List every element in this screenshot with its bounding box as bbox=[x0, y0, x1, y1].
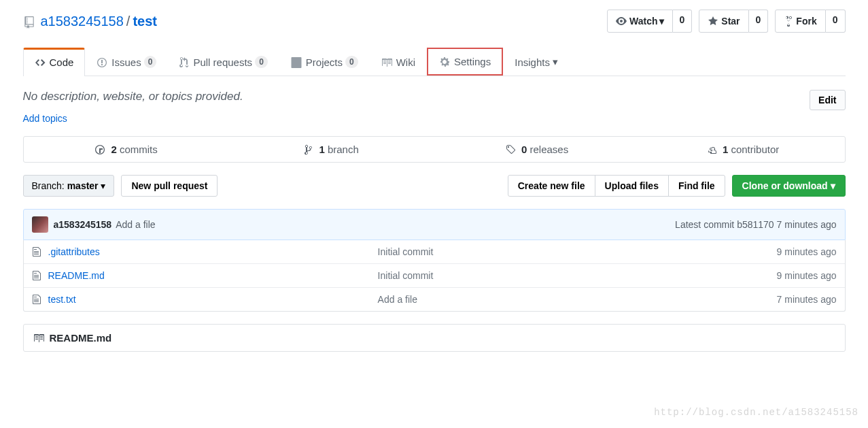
file-time: 9 minutes ago bbox=[777, 270, 837, 281]
tag-icon bbox=[505, 144, 516, 155]
tab-wiki[interactable]: Wiki bbox=[370, 48, 427, 76]
create-file-button[interactable]: Create new file bbox=[508, 175, 595, 197]
fork-icon bbox=[784, 14, 793, 28]
tab-code[interactable]: Code bbox=[23, 48, 86, 76]
star-count[interactable]: 0 bbox=[749, 10, 769, 33]
branch-name: master bbox=[67, 180, 99, 191]
tab-insights[interactable]: Insights ▾ bbox=[503, 48, 570, 76]
pulls-count: 0 bbox=[255, 56, 268, 68]
avatar[interactable] bbox=[32, 216, 48, 233]
tab-pulls[interactable]: Pull requests 0 bbox=[168, 48, 279, 76]
file-msg[interactable]: Add a file bbox=[378, 294, 417, 305]
tab-pulls-label: Pull requests bbox=[193, 56, 252, 68]
star-label: Star bbox=[721, 14, 740, 28]
tab-code-label: Code bbox=[50, 56, 74, 68]
book-icon bbox=[33, 332, 44, 344]
branch-count: 1 bbox=[319, 144, 324, 155]
fork-button[interactable]: Fork bbox=[775, 10, 825, 33]
repo-actions: Watch ▾ 0 Star 0 Fork 0 bbox=[607, 10, 845, 33]
stat-releases[interactable]: 0 releases bbox=[434, 137, 640, 162]
tab-projects[interactable]: Projects 0 bbox=[279, 48, 370, 76]
eye-icon bbox=[616, 14, 627, 28]
file-time: 9 minutes ago bbox=[777, 246, 837, 257]
find-file-button[interactable]: Find file bbox=[668, 175, 725, 197]
clone-label: Clone or download bbox=[742, 180, 828, 191]
file-row: test.txt Add a file 7 minutes ago bbox=[24, 287, 845, 311]
tab-wiki-label: Wiki bbox=[396, 56, 415, 68]
file-icon bbox=[32, 270, 41, 281]
file-nav: Branch: master ▾ New pull request Create… bbox=[23, 175, 846, 197]
history-icon bbox=[94, 144, 105, 155]
repo-head: a1583245158 / test Watch ▾ 0 Star 0 bbox=[23, 0, 846, 33]
issues-count: 0 bbox=[144, 56, 157, 68]
file-time: 7 minutes ago bbox=[777, 294, 837, 305]
upload-files-button[interactable]: Upload files bbox=[595, 175, 669, 197]
contrib-label: contributor bbox=[731, 144, 779, 155]
file-name[interactable]: README.md bbox=[48, 270, 105, 281]
caret-down-icon: ▾ bbox=[553, 56, 558, 68]
edit-button[interactable]: Edit bbox=[810, 90, 845, 110]
file-row: .gitattributes Initial commit 9 minutes … bbox=[24, 240, 845, 263]
commits-label: commits bbox=[120, 144, 158, 155]
branch-label: branch bbox=[328, 144, 359, 155]
star-button[interactable]: Star bbox=[699, 10, 748, 33]
repo-link[interactable]: test bbox=[133, 14, 157, 29]
commit-user[interactable]: a1583245158 bbox=[54, 219, 112, 230]
repo-title: a1583245158 / test bbox=[23, 14, 158, 29]
watch-count[interactable]: 0 bbox=[673, 10, 693, 33]
projects-icon bbox=[291, 56, 302, 68]
tab-settings[interactable]: Settings bbox=[427, 48, 503, 76]
file-icon bbox=[32, 294, 41, 305]
star-icon bbox=[708, 14, 718, 28]
people-icon bbox=[705, 144, 717, 155]
releases-count: 0 bbox=[521, 144, 527, 155]
stat-contributors[interactable]: 1 contributor bbox=[640, 137, 845, 162]
stat-branches[interactable]: 1 branch bbox=[229, 137, 434, 162]
commits-count: 2 bbox=[111, 144, 116, 155]
readme-box: README.md bbox=[23, 324, 846, 352]
book-icon bbox=[381, 56, 392, 68]
files-list: .gitattributes Initial commit 9 minutes … bbox=[23, 240, 846, 312]
commit-sha[interactable]: b581170 bbox=[737, 219, 774, 230]
tab-projects-label: Projects bbox=[306, 56, 343, 68]
projects-count: 0 bbox=[345, 56, 358, 68]
desc-row: No description, website, or topics provi… bbox=[23, 76, 846, 113]
repo-tabs: Code Issues 0 Pull requests 0 Projects 0… bbox=[23, 48, 846, 76]
latest-commit: Latest commit b581170 7 minutes ago bbox=[675, 219, 836, 230]
repo-stats: 2 commits 1 branch 0 releases 1 contribu… bbox=[23, 136, 846, 163]
add-topics-link[interactable]: Add topics bbox=[23, 113, 67, 124]
file-row: README.md Initial commit 9 minutes ago bbox=[24, 263, 845, 287]
file-name[interactable]: .gitattributes bbox=[48, 246, 100, 257]
repo-icon bbox=[23, 14, 35, 29]
file-msg[interactable]: Initial commit bbox=[378, 270, 434, 281]
pr-icon bbox=[179, 56, 189, 68]
watch-button[interactable]: Watch ▾ bbox=[607, 10, 672, 33]
commit-msg[interactable]: Add a file bbox=[116, 219, 155, 230]
tab-issues[interactable]: Issues 0 bbox=[85, 48, 168, 76]
clone-button[interactable]: Clone or download ▾ bbox=[732, 175, 846, 197]
commit-bar: a1583245158 Add a file Latest commit b58… bbox=[23, 209, 846, 240]
new-pr-button[interactable]: New pull request bbox=[121, 175, 218, 197]
watch-label: Watch bbox=[629, 14, 657, 28]
sep: / bbox=[126, 14, 131, 29]
file-msg[interactable]: Initial commit bbox=[378, 246, 434, 257]
issues-icon bbox=[97, 56, 107, 68]
file-icon bbox=[32, 246, 41, 257]
fork-label: Fork bbox=[796, 14, 816, 28]
contrib-count: 1 bbox=[723, 144, 728, 155]
caret-down-icon: ▾ bbox=[831, 180, 835, 191]
caret-down-icon: ▾ bbox=[659, 14, 664, 28]
latest-label: Latest commit bbox=[675, 219, 737, 230]
owner-link[interactable]: a1583245158 bbox=[41, 14, 124, 29]
code-icon bbox=[35, 56, 46, 68]
stat-commits[interactable]: 2 commits bbox=[24, 137, 229, 162]
readme-title: README.md bbox=[50, 332, 112, 344]
file-name[interactable]: test.txt bbox=[48, 294, 76, 305]
fork-count[interactable]: 0 bbox=[826, 10, 846, 33]
caret-down-icon: ▾ bbox=[101, 180, 105, 191]
branch-prefix: Branch: bbox=[32, 180, 67, 191]
commit-time: 7 minutes ago bbox=[774, 219, 837, 230]
gear-icon bbox=[439, 56, 450, 67]
releases-label: releases bbox=[530, 144, 568, 155]
branch-select[interactable]: Branch: master ▾ bbox=[23, 175, 115, 197]
